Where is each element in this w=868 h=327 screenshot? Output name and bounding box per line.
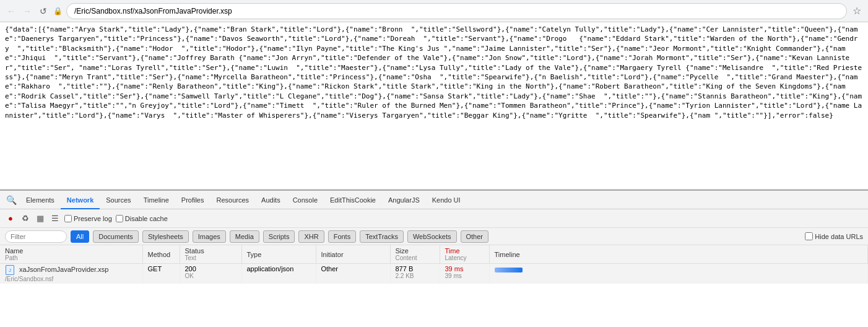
network-toolbar: ● ♻ ▦ ☰ Preserve log Disable cache: [0, 209, 868, 228]
col-initiator-label: Initiator: [321, 251, 344, 258]
disable-cache-checkbox[interactable]: [116, 215, 123, 222]
file-icon: J: [5, 265, 15, 275]
timeline-bar-container: [495, 265, 863, 275]
col-path-label: Path: [5, 255, 137, 261]
row-type: application/json: [247, 265, 294, 272]
tab-sources[interactable]: Sources: [100, 191, 137, 209]
hide-data-urls-text: Hide data URLs: [815, 233, 863, 240]
filter-stylesheets-button[interactable]: Stylesheets: [142, 230, 189, 243]
view-toggle-button[interactable]: ☰: [50, 213, 61, 224]
col-status-label: Status: [185, 247, 204, 255]
row-method-cell: GET: [142, 264, 180, 284]
tab-angularjs[interactable]: AngularJS: [382, 191, 426, 209]
col-status-header[interactable]: Status Text: [180, 245, 241, 264]
back-button[interactable]: ←: [5, 5, 17, 17]
tab-resources[interactable]: Resources: [210, 191, 255, 209]
row-size-content: 2.2 KB: [396, 272, 435, 279]
filter-xhr-button[interactable]: XHR: [298, 230, 324, 243]
col-name-label: Name: [5, 247, 23, 255]
filter-texttracks-button[interactable]: TextTracks: [360, 230, 404, 243]
hide-data-urls-label[interactable]: Hide data URLs: [805, 232, 863, 240]
row-size-cell: 877 B 2.2 KB: [390, 264, 440, 284]
row-time: 39 ms: [445, 265, 484, 272]
row-type-cell: application/json: [241, 264, 316, 284]
disable-cache-checkbox-label[interactable]: Disable cache: [116, 215, 168, 222]
col-content-label: Content: [396, 255, 435, 261]
col-timeline-label: Timeline: [495, 251, 520, 258]
tab-audits[interactable]: Audits: [255, 191, 287, 209]
filter-websockets-button[interactable]: WebSockets: [407, 230, 457, 243]
col-time-label: Time: [445, 247, 460, 255]
filter-bar: All Documents Stylesheets Images Media S…: [0, 228, 868, 245]
filter-media-button[interactable]: Media: [230, 230, 259, 243]
url-bar[interactable]: [66, 3, 847, 19]
col-latency-label: Latency: [445, 255, 484, 261]
col-timeline-header[interactable]: Timeline: [489, 245, 868, 264]
hide-data-urls-checkbox[interactable]: [805, 232, 813, 240]
json-text: {"data":[{"name":"Arya Stark","title":"L…: [5, 25, 862, 120]
col-text-label: Text: [185, 255, 237, 261]
col-method-header[interactable]: Method: [142, 245, 180, 264]
preserve-log-label: Preserve log: [74, 215, 112, 222]
forward-button[interactable]: →: [21, 5, 33, 17]
filter-fonts-button[interactable]: Fonts: [328, 230, 357, 243]
filter-images-button[interactable]: Images: [193, 230, 226, 243]
filter-scripts-button[interactable]: Scripts: [263, 230, 295, 243]
tab-profiles[interactable]: Profiles: [175, 191, 210, 209]
row-initiator: Other: [321, 265, 339, 272]
devtools-search-icon[interactable]: 🔍: [2, 191, 20, 209]
preserve-log-checkbox-label[interactable]: Preserve log: [64, 215, 112, 222]
reload-button[interactable]: ↺: [37, 5, 50, 17]
tab-elements[interactable]: Elements: [20, 191, 61, 209]
bookmark-button[interactable]: ☆: [851, 5, 863, 17]
row-method: GET: [148, 265, 162, 272]
tab-editthiscookie[interactable]: EditThisCookie: [324, 191, 382, 209]
record-button[interactable]: ●: [5, 213, 16, 224]
row-initiator-cell: Other: [316, 264, 390, 284]
col-name-header[interactable]: Name Path: [0, 245, 142, 264]
browser-chrome: ← → ↺ 🔒 ☆: [0, 0, 868, 22]
tab-kendo-ui[interactable]: Kendo UI: [426, 191, 467, 209]
preserve-log-checkbox[interactable]: [64, 215, 72, 222]
tab-network[interactable]: Network: [61, 191, 100, 209]
row-latency: 39 ms: [445, 272, 484, 279]
network-table-wrapper: Name Path Method Status Text Type Initia: [0, 245, 868, 284]
row-status-code: 200: [185, 265, 196, 272]
clear-button[interactable]: ♻: [20, 213, 31, 224]
row-path: /Eric/Sandbox.nsf: [5, 276, 53, 282]
row-timeline-cell: [489, 264, 868, 284]
col-time-header[interactable]: Time Latency: [440, 245, 489, 264]
filter-all-button[interactable]: All: [71, 230, 89, 243]
filter-toggle-button[interactable]: ▦: [35, 213, 46, 224]
row-time-cell: 39 ms 39 ms: [440, 264, 489, 284]
json-content-area: {"data":[{"name":"Arya Stark","title":"L…: [0, 22, 868, 190]
table-row[interactable]: J xaJsonFromJavaProvider.xsp /Eric/Sandb…: [0, 264, 868, 284]
timeline-bar: [495, 268, 523, 272]
col-size-header[interactable]: Size Content: [390, 245, 440, 264]
row-filename: xaJsonFromJavaProvider.xsp: [19, 266, 108, 273]
row-status-cell: 200 OK: [180, 264, 241, 284]
filter-input[interactable]: [5, 230, 67, 243]
devtools-panel: 🔍 Elements Network Sources Timeline Prof…: [0, 190, 868, 284]
col-type-header[interactable]: Type: [241, 245, 316, 264]
devtools-tab-bar: 🔍 Elements Network Sources Timeline Prof…: [0, 191, 868, 209]
filter-other-button[interactable]: Other: [461, 230, 489, 243]
disable-cache-label: Disable cache: [125, 215, 168, 222]
col-initiator-header[interactable]: Initiator: [316, 245, 390, 264]
network-table: Name Path Method Status Text Type Initia: [0, 245, 868, 284]
row-status-text: OK: [185, 272, 237, 279]
col-size-label: Size: [396, 247, 409, 255]
filter-documents-button[interactable]: Documents: [93, 230, 139, 243]
lock-icon: 🔒: [53, 7, 63, 15]
row-name-cell: J xaJsonFromJavaProvider.xsp /Eric/Sandb…: [0, 264, 142, 284]
row-size: 877 B: [396, 265, 435, 272]
col-method-label: Method: [148, 251, 171, 258]
table-header-row: Name Path Method Status Text Type Initia: [0, 245, 868, 264]
col-type-label: Type: [247, 251, 262, 258]
tab-timeline[interactable]: Timeline: [137, 191, 175, 209]
tab-console[interactable]: Console: [287, 191, 324, 209]
